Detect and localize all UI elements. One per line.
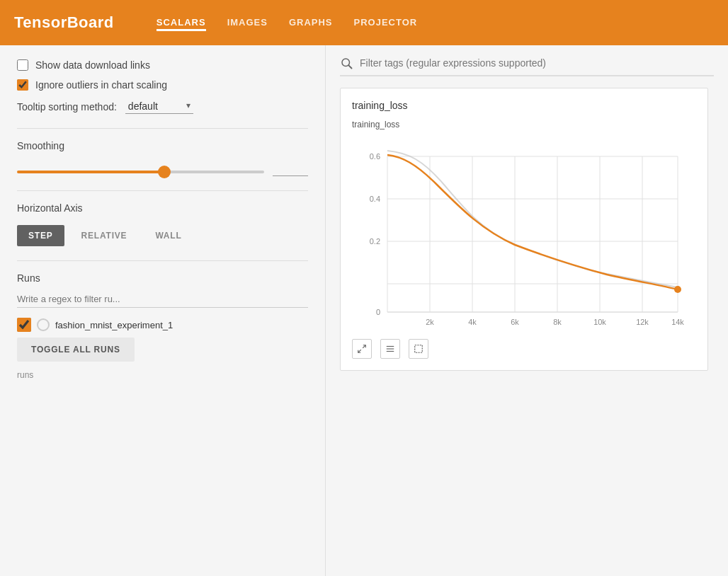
runs-footer: runs	[17, 370, 308, 380]
nav-scalars[interactable]: SCALARS	[157, 14, 206, 31]
axis-btn-step[interactable]: STEP	[17, 225, 64, 246]
app-header: TensorBoard SCALARS IMAGES GRAPHS PROJEC…	[0, 0, 728, 45]
divider-2	[17, 190, 308, 191]
show-data-links-label: Show data download links	[35, 59, 150, 71]
crop-icon	[414, 344, 423, 354]
ignore-outliers-checkbox[interactable]	[17, 79, 28, 91]
smoothing-slider[interactable]	[17, 171, 264, 173]
main-nav: SCALARS IMAGES GRAPHS PROJECTOR	[157, 14, 417, 31]
chart-card: training_loss training_loss	[340, 88, 708, 371]
tooltip-row: Tooltip sorting method: default ascendin…	[17, 99, 308, 114]
tooltip-select-wrapper: default ascending descending nearest	[125, 99, 193, 114]
show-data-links-checkbox[interactable]	[17, 59, 28, 71]
smoothing-section: Smoothing 0.6	[17, 140, 308, 176]
run-checkbox[interactable]	[17, 318, 31, 332]
divider-1	[17, 128, 308, 129]
app-logo: TensorBoard	[14, 13, 114, 32]
svg-text:14k: 14k	[671, 318, 684, 326]
ignore-outliers-label: Ignore outliers in chart scaling	[35, 79, 167, 91]
run-name: fashion_mnist_experiment_1	[55, 320, 173, 330]
runs-filter-input[interactable]	[17, 291, 308, 308]
smoothing-title: Smoothing	[17, 140, 308, 151]
display-options-section: Show data download links Ignore outliers…	[17, 59, 308, 114]
expand-chart-button[interactable]	[352, 339, 372, 359]
run-item: fashion_mnist_experiment_1	[17, 318, 308, 332]
svg-text:0.4: 0.4	[370, 195, 380, 203]
chart-container: 0.6 0.4 0.2 0 2k 4k 6k 8k 10k 12k 14k	[352, 135, 692, 333]
ignore-outliers-row: Ignore outliers in chart scaling	[17, 79, 308, 91]
svg-rect-32	[415, 345, 423, 353]
filter-bar	[340, 57, 714, 76]
training-loss-chart: 0.6 0.4 0.2 0 2k 4k 6k 8k 10k 12k 14k	[352, 135, 692, 333]
runs-section: Runs fashion_mnist_experiment_1 TOGGLE A…	[17, 272, 308, 380]
toggle-all-runs-button[interactable]: TOGGLE ALL RUNS	[17, 338, 135, 362]
chart-inner-title: training_loss	[352, 120, 696, 129]
axis-btn-wall[interactable]: WALL	[144, 225, 193, 246]
axis-buttons-group: STEP RELATIVE WALL	[17, 225, 308, 246]
svg-text:4k: 4k	[468, 318, 477, 326]
svg-point-26	[674, 286, 681, 293]
nav-projector[interactable]: PROJECTOR	[354, 14, 418, 31]
horizontal-axis-title: Horizontal Axis	[17, 202, 308, 214]
filter-tags-input[interactable]	[360, 57, 714, 69]
svg-text:8k: 8k	[553, 318, 562, 326]
show-data-links-row: Show data download links	[17, 59, 308, 71]
smoothing-slider-row: 0.6	[17, 163, 308, 176]
svg-text:0.6: 0.6	[370, 152, 380, 161]
smoothing-slider-container	[17, 164, 264, 175]
horizontal-axis-section: Horizontal Axis STEP RELATIVE WALL	[17, 202, 308, 246]
search-icon	[340, 57, 353, 69]
menu-icon	[385, 344, 395, 354]
svg-text:2k: 2k	[426, 318, 434, 326]
nav-images[interactable]: IMAGES	[227, 14, 268, 31]
svg-text:6k: 6k	[511, 318, 519, 326]
smoothing-value-input[interactable]: 0.6	[273, 163, 308, 176]
svg-text:10k: 10k	[593, 318, 606, 326]
divider-3	[17, 260, 308, 261]
main-layout: Show data download links Ignore outliers…	[0, 45, 728, 576]
svg-text:0.2: 0.2	[370, 237, 380, 246]
tooltip-select[interactable]: default ascending descending nearest	[125, 99, 193, 114]
svg-text:12k: 12k	[636, 318, 649, 326]
menu-button[interactable]	[380, 339, 400, 359]
chart-card-title: training_loss	[352, 100, 696, 111]
chart-toolbar	[352, 339, 696, 359]
nav-graphs[interactable]: GRAPHS	[289, 14, 333, 31]
svg-line-28	[358, 350, 361, 352]
tooltip-label: Tooltip sorting method:	[17, 101, 117, 113]
content-area: training_loss training_loss	[326, 45, 728, 576]
sidebar: Show data download links Ignore outliers…	[0, 45, 326, 576]
run-color-circle	[37, 318, 50, 331]
expand-icon	[357, 344, 367, 354]
crop-button[interactable]	[409, 339, 428, 359]
svg-text:0: 0	[376, 308, 380, 316]
runs-title: Runs	[17, 272, 308, 284]
svg-line-1	[348, 65, 351, 68]
axis-btn-relative[interactable]: RELATIVE	[70, 225, 139, 246]
svg-line-27	[363, 345, 365, 348]
